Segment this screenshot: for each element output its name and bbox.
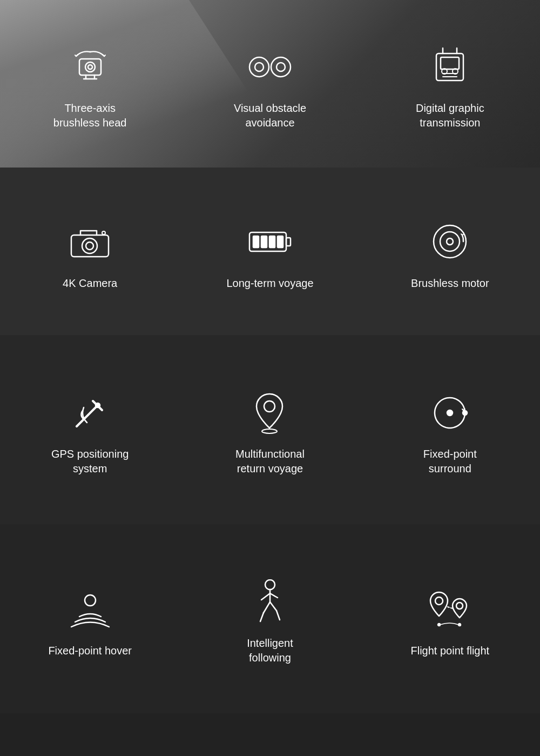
feature-brushless-motor: Brushless motor (360, 168, 540, 335)
svg-point-33 (96, 403, 100, 407)
feature-label: Digital graphictransmission (416, 101, 484, 130)
feature-label: Intelligentfollowing (247, 636, 293, 665)
svg-rect-24 (253, 236, 259, 247)
svg-rect-13 (441, 57, 459, 69)
svg-line-47 (276, 611, 280, 620)
feature-4k-camera: 4K Camera (0, 168, 180, 335)
feature-label: Brushless motor (411, 276, 489, 291)
svg-rect-26 (269, 236, 275, 247)
waypoint-icon (426, 585, 474, 634)
svg-point-19 (82, 238, 97, 253)
svg-point-28 (434, 225, 466, 258)
svg-rect-0 (79, 59, 101, 75)
feature-label: Fixed-point hover (48, 644, 132, 658)
svg-line-42 (261, 593, 270, 600)
feature-flight-point-flight: Flight point flight (360, 524, 540, 713)
svg-rect-25 (261, 236, 267, 247)
motor-icon (426, 218, 474, 266)
feature-multifunctional-return-voyage: Multifunctionalreturn voyage (180, 335, 360, 524)
hover-icon (66, 585, 114, 634)
svg-point-9 (276, 63, 285, 71)
feature-intelligent-following: Intelligentfollowing (180, 524, 360, 713)
svg-point-48 (435, 597, 443, 605)
feature-label: GPS positioningsystem (51, 447, 129, 476)
feature-gps-positioning-system: GPS positioningsystem (0, 335, 180, 524)
gps-icon (66, 389, 114, 437)
feature-fading-mode: Fading mode (180, 713, 360, 756)
svg-point-37 (447, 410, 453, 416)
svg-line-46 (270, 602, 276, 611)
svg-point-34 (264, 401, 275, 412)
svg-line-50 (448, 607, 453, 608)
orbit-icon (426, 389, 474, 437)
feature-fixed-point-hover: Fixed-point hover (0, 524, 180, 713)
svg-point-38 (463, 411, 467, 415)
svg-point-21 (102, 231, 105, 235)
eyes-icon (246, 43, 294, 91)
feature-label: Fixed-pointsurround (423, 447, 477, 476)
svg-point-7 (255, 63, 264, 71)
svg-point-6 (249, 57, 269, 77)
svg-line-31 (77, 405, 98, 426)
feature-one-flew-overboard: One FlewOverboard (0, 713, 180, 756)
svg-line-44 (264, 602, 270, 613)
remote-icon (426, 43, 474, 91)
walking-icon (246, 578, 294, 626)
feature-spiral-up: Spiral up (360, 713, 540, 756)
svg-line-43 (270, 593, 278, 598)
battery-icon (246, 218, 294, 266)
svg-point-29 (440, 232, 460, 251)
svg-point-20 (86, 242, 93, 250)
feature-label: Three-axisbrushless head (53, 101, 127, 130)
svg-point-49 (456, 603, 463, 609)
svg-point-35 (262, 429, 277, 433)
svg-point-2 (88, 65, 92, 69)
feature-label: Multifunctionalreturn voyage (235, 447, 305, 476)
svg-point-8 (271, 57, 291, 77)
gimbal-icon (66, 43, 114, 91)
svg-rect-23 (286, 238, 291, 246)
svg-point-40 (265, 580, 275, 590)
feature-label: Long-term voyage (226, 276, 313, 291)
feature-label: 4K Camera (63, 276, 117, 291)
feature-label: Flight point flight (411, 644, 490, 658)
svg-point-30 (447, 238, 453, 245)
feature-label: Visual obstacleavoidance (234, 101, 306, 130)
feature-fixed-point-surround: Fixed-pointsurround (360, 335, 540, 524)
camera-icon (66, 218, 114, 266)
feature-long-term-voyage: Long-term voyage (180, 168, 360, 335)
svg-point-39 (85, 595, 96, 606)
svg-rect-27 (278, 236, 283, 247)
location-icon (246, 389, 294, 437)
feature-visual-obstacle-avoidance: Visual obstacleavoidance (180, 0, 360, 168)
svg-point-1 (85, 62, 95, 72)
feature-three-axis-brushless-head: Three-axisbrushless head (0, 0, 180, 168)
svg-line-45 (260, 613, 264, 621)
feature-digital-graphic-transmission: Digital graphictransmission (360, 0, 540, 168)
